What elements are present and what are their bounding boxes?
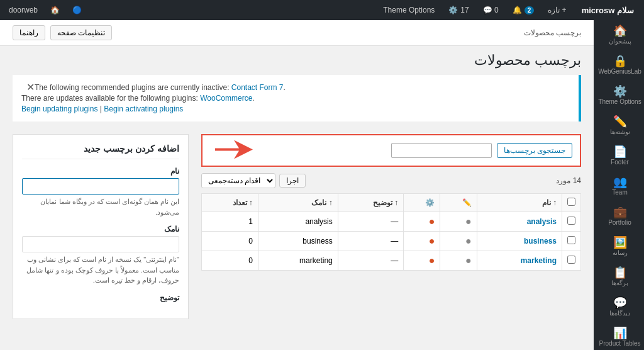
- row-slug-2: business: [258, 232, 338, 251]
- row-dot-red-2: ●: [404, 232, 440, 251]
- bulk-actions-select[interactable]: اقدام دسته‌جمعی حذف: [201, 173, 275, 188]
- sidebar-item-dashboard[interactable]: 🏠 پیشخوان: [594, 20, 644, 50]
- page-settings-btn[interactable]: تنظیمات صفحه: [50, 25, 112, 40]
- th-slug[interactable]: ↑ نامک: [258, 194, 338, 212]
- tag-link-marketing[interactable]: marketing: [521, 256, 557, 265]
- team-icon: 👥: [613, 176, 627, 188]
- row-checkbox-3[interactable]: [562, 251, 581, 271]
- row-dot-gray-3: ●: [440, 251, 477, 271]
- admin-bar: سلام microsw + تازه 2 🔔 0 💬 17 ⚙️ Theme …: [0, 0, 644, 20]
- wp-body: برچسب محصولات تنظیمات صفحه راهنما برچسب …: [0, 20, 594, 350]
- adminbar-theme-options[interactable]: Theme Options: [379, 0, 438, 20]
- slug-input[interactable]: [22, 236, 179, 252]
- row-name-3: marketing: [477, 251, 562, 271]
- comments-icon: 💬: [613, 297, 627, 308]
- tag-link-analysis[interactable]: analysis: [527, 217, 557, 226]
- row-checkbox-2[interactable]: [562, 232, 581, 251]
- sidebar-item-media[interactable]: 🖼️ رسانه: [594, 232, 644, 262]
- th-icon1: ✏️: [440, 194, 477, 212]
- page-heading: برچسب محصولات: [0, 46, 594, 69]
- svg-marker-0: [215, 140, 253, 159]
- portfolio-icon: 💼: [613, 206, 627, 218]
- product-tables-icon: 📊: [613, 327, 627, 339]
- name-field: نام این نام همان گونه‌ای است که در وبگاه…: [22, 167, 179, 217]
- th-icon2: ⚙️: [404, 194, 440, 212]
- adminbar-user[interactable]: doorweb: [5, 0, 42, 20]
- row-count-2: 0: [202, 232, 258, 251]
- woocommerce-link[interactable]: WooCommerce: [200, 94, 252, 103]
- page-title: برچسب محصولات: [13, 52, 581, 69]
- breadcrumb: برچسب محصولات: [524, 28, 581, 37]
- table-row: marketing ● ● — marketing 0: [202, 251, 581, 271]
- add-tag-title: اضافه کردن برچسب جدید: [22, 144, 179, 159]
- adminbar-updates[interactable]: 17 ⚙️: [445, 0, 472, 20]
- adminbar-new[interactable]: + تازه: [544, 0, 570, 20]
- th-checkbox[interactable]: [562, 194, 581, 212]
- pages-icon: 📋: [613, 267, 627, 278]
- toolbar-actions: تنظیمات صفحه راهنما: [13, 25, 112, 40]
- adminbar-home-icon[interactable]: 🏠: [47, 0, 64, 20]
- posts-icon: ✏️: [613, 116, 627, 127]
- th-name[interactable]: ↑ نام: [477, 194, 562, 212]
- gear-icon: ⚙️: [613, 86, 627, 97]
- notif-badge: 2: [525, 6, 535, 14]
- begin-updating-link[interactable]: Begin updating plugins: [21, 104, 97, 113]
- sidebar-item-footer[interactable]: 📄 Footer: [594, 141, 644, 171]
- name-input[interactable]: [22, 178, 179, 195]
- search-tags-button[interactable]: جستجوی برچسب‌ها: [497, 143, 572, 158]
- adminbar-wp-icon[interactable]: 🔵: [69, 0, 86, 20]
- row-slug-1: analysis: [258, 212, 338, 232]
- notice-line3: Begin updating plugins | Begin activatin…: [21, 104, 570, 113]
- sidebar-item-pages[interactable]: 📋 برگه‌ها: [594, 262, 644, 292]
- main-column: جستجوی برچسب‌ها 14 مورد اقدام دسته‌جمعی: [201, 134, 581, 319]
- tag-link-business[interactable]: business: [524, 237, 557, 246]
- notice-box: ✕ The following recommended plugins are …: [13, 75, 581, 121]
- admin-menu: 🏠 پیشخوان 🔒 WebGeniusLab ⚙️ Theme Option…: [594, 20, 644, 350]
- notice-dismiss[interactable]: ✕: [26, 81, 35, 93]
- media-icon: 🖼️: [613, 237, 627, 248]
- slug-field: نامک "نام اینترنتی" یک نسخه از نام است ک…: [22, 225, 179, 286]
- adminbar-comment[interactable]: 0 💬: [479, 0, 502, 20]
- sidebar-item-webgeniuslab[interactable]: 🔒 WebGeniusLab: [594, 50, 644, 81]
- slug-label: نامک: [22, 225, 179, 234]
- sidebar-item-posts[interactable]: ✏️ نوشته‌ها: [594, 111, 644, 141]
- row-desc-3: —: [338, 251, 403, 271]
- contact-form-link[interactable]: Contact Form 7: [231, 83, 284, 92]
- side-column: اضافه کردن برچسب جدید نام این نام همان گ…: [13, 134, 189, 319]
- row-dot-gray-2: ●: [440, 232, 477, 251]
- row-dot-red-1: ●: [404, 212, 440, 232]
- sidebar-item-product-tables[interactable]: 📊 Product Tables: [594, 322, 644, 350]
- sidebar-item-comments[interactable]: 💬 دیدگاه‌ها: [594, 292, 644, 322]
- name-label: نام: [22, 167, 179, 176]
- lock-icon: 🔒: [613, 55, 627, 67]
- table-row: analysis ● ● — analysis 1: [202, 212, 581, 232]
- desc-field: توضیح: [22, 293, 179, 302]
- bulk-actions: اقدام دسته‌جمعی حذف اجرا: [201, 173, 306, 188]
- notice-line2: There are updates available for the foll…: [21, 94, 570, 103]
- desc-label: توضیح: [22, 293, 179, 302]
- site-name[interactable]: سلام microsw: [577, 0, 639, 20]
- search-input[interactable]: [391, 143, 492, 158]
- th-desc[interactable]: ↑ توضیح: [338, 194, 403, 212]
- row-count-1: 1: [202, 212, 258, 232]
- th-count[interactable]: ↑ تعداد: [202, 194, 258, 212]
- row-dot-gray-1: ●: [440, 212, 477, 232]
- footer-icon: 📄: [613, 146, 627, 157]
- name-desc: این نام همان گونه‌ای است که در وبگاه شما…: [22, 196, 179, 217]
- begin-activating-link[interactable]: Begin activating plugins: [104, 104, 183, 113]
- row-name-1: analysis: [477, 212, 562, 232]
- row-count-3: 0: [202, 251, 258, 271]
- sidebar-item-theme-options[interactable]: ⚙️ Theme Options: [594, 81, 644, 111]
- help-btn[interactable]: راهنما: [13, 25, 45, 40]
- wp-layout: 🏠 پیشخوان 🔒 WebGeniusLab ⚙️ Theme Option…: [0, 20, 644, 350]
- tags-table: ↑ نام ✏️ ⚙️ ↑ توضیح ↑ نامک ↑ تعداد analy…: [201, 193, 581, 271]
- arrow-indicator: [215, 140, 253, 161]
- sidebar-item-portfolio[interactable]: 💼 Portfolio: [594, 201, 644, 232]
- row-desc-2: —: [338, 232, 403, 251]
- row-checkbox-1[interactable]: [562, 212, 581, 232]
- content-columns: جستجوی برچسب‌ها 14 مورد اقدام دسته‌جمعی: [0, 128, 594, 325]
- apply-bulk-btn[interactable]: اجرا: [279, 174, 306, 188]
- sidebar-item-team[interactable]: 👥 Team: [594, 171, 644, 201]
- adminbar-notif[interactable]: 2 🔔: [509, 0, 538, 20]
- select-all-checkbox[interactable]: [567, 198, 575, 206]
